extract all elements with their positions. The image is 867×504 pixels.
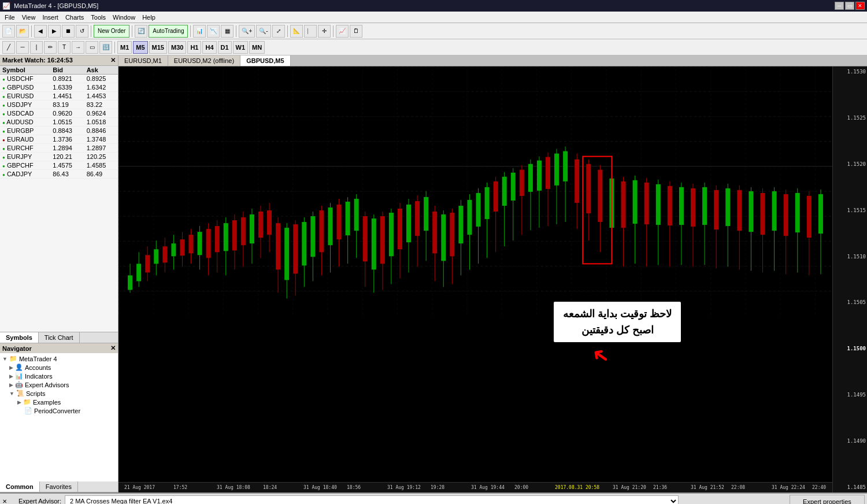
autotrading-btn[interactable]: AutoTrading — [149, 25, 188, 38]
market-watch-row[interactable]: ● EURUSD 1.4451 1.4453 — [0, 92, 118, 101]
tab-tick-chart[interactable]: Tick Chart — [39, 332, 80, 343]
tab-favorites[interactable]: Favorites — [40, 481, 78, 492]
expand-icon: ▼ — [2, 356, 8, 362]
tree-examples[interactable]: ▶ 📁 Examples — [1, 398, 117, 406]
time-1928: 19:28 — [431, 485, 444, 490]
market-watch-row[interactable]: ● GBPCHF 1.4575 1.4585 — [0, 161, 118, 170]
period-sep-btn[interactable]: ⎸ — [304, 25, 317, 38]
symbol-name: CADJPY — [7, 171, 32, 177]
expert-properties-btn[interactable]: Expert properties — [790, 495, 865, 504]
zoom-in-btn[interactable]: 🔍+ — [239, 25, 255, 38]
svg-rect-90 — [467, 200, 472, 235]
svg-rect-122 — [621, 181, 626, 228]
market-watch-row[interactable]: ● AUDUSD 1.0515 1.0518 — [0, 118, 118, 127]
bid-value: 86.43 — [50, 170, 84, 179]
period-h4-btn[interactable]: H4 — [202, 41, 216, 54]
menu-insert[interactable]: Insert — [39, 13, 62, 22]
chart-type1-btn[interactable]: 📊 — [193, 25, 206, 38]
menu-window[interactable]: Window — [109, 13, 139, 22]
tree-period-converter[interactable]: 📄 PeriodConverter — [1, 406, 117, 415]
stop-btn[interactable]: ⏹ — [62, 25, 75, 38]
period-d1-btn[interactable]: D1 — [218, 41, 232, 54]
navigator-close[interactable]: ✕ — [110, 344, 116, 352]
draw-hline-btn[interactable]: ─ — [16, 41, 29, 54]
restore-button[interactable]: ▭ — [845, 2, 854, 10]
svg-rect-86 — [450, 213, 454, 256]
minimize-button[interactable]: ─ — [835, 2, 844, 10]
line-btn[interactable]: 📐 — [290, 25, 303, 38]
draw-rect-btn[interactable]: ▭ — [86, 41, 98, 54]
refresh-btn[interactable]: ↺ — [76, 25, 88, 38]
chart-type3-btn[interactable]: ▦ — [221, 25, 234, 38]
fwd-btn[interactable]: ▶ — [48, 25, 61, 38]
bid-value: 1.3736 — [50, 135, 84, 144]
draw-fib-btn[interactable]: 🔢 — [99, 41, 112, 54]
draw-pen-btn[interactable]: ✏ — [44, 41, 57, 54]
period-mn-btn[interactable]: MN — [249, 41, 265, 54]
period-toolbar: ╱ ─ | ✏ T → ▭ 🔢 M1 M5 M15 M30 H1 H4 D1 W… — [0, 39, 867, 55]
market-watch-close[interactable]: ✕ — [110, 57, 116, 64]
market-watch-row[interactable]: ● USDCHF 0.8921 0.8925 — [0, 75, 118, 83]
svg-rect-154 — [807, 196, 812, 238]
close-button[interactable]: ✕ — [855, 2, 865, 10]
market-watch-row[interactable]: ● EURAUD 1.3736 1.3748 — [0, 135, 118, 144]
symbol-name: GBPUSD — [7, 84, 34, 91]
market-watch-row[interactable]: ● EURGBP 0.8843 0.8846 — [0, 127, 118, 135]
period-w1-btn[interactable]: W1 — [233, 41, 249, 54]
draw-line-btn[interactable]: ╱ — [2, 41, 15, 54]
template-btn[interactable]: 🗒 — [350, 25, 362, 38]
chart-canvas[interactable]: GBPUSD,M5 1.1907 1.1908 1.1907 1.1908 — [118, 66, 867, 492]
tree-label-mt4: MetaTrader 4 — [19, 355, 57, 362]
chart-type2-btn[interactable]: 📉 — [207, 25, 220, 38]
price-1500: 1.1500 — [834, 346, 866, 351]
period-m30-btn[interactable]: M30 — [168, 41, 186, 54]
market-watch-row[interactable]: ● EURJPY 120.21 120.25 — [0, 153, 118, 161]
svg-rect-40 — [250, 214, 254, 243]
tree-label-examples: Examples — [33, 399, 61, 406]
menu-help[interactable]: Help — [139, 13, 159, 22]
svg-rect-140 — [725, 188, 730, 226]
tree-scripts[interactable]: ▼ 📜 Scripts — [1, 389, 117, 398]
indicator-btn[interactable]: 📈 — [336, 25, 349, 38]
draw-vline-btn[interactable]: | — [30, 41, 43, 54]
menu-file[interactable]: File — [1, 13, 18, 22]
ask-value: 120.25 — [84, 153, 118, 161]
draw-arrow-btn[interactable]: → — [72, 41, 84, 54]
expand-icon-examples: ▶ — [17, 399, 21, 405]
tester-close-left[interactable]: ✕ — [2, 498, 7, 505]
new-chart-btn[interactable]: 📄 — [2, 25, 15, 38]
period-m15-btn[interactable]: M15 — [149, 41, 167, 54]
menu-view[interactable]: View — [18, 13, 39, 22]
market-dot: ● — [2, 172, 5, 177]
tree-metatrader4[interactable]: ▼ 📁 MetaTrader 4 — [1, 354, 117, 363]
market-watch-row[interactable]: ● USDJPY 83.19 83.22 — [0, 101, 118, 109]
new-order-btn[interactable]: New Order — [94, 25, 129, 38]
market-watch-row[interactable]: ● USDCAD 0.9620 0.9624 — [0, 109, 118, 118]
menu-charts[interactable]: Charts — [62, 13, 87, 22]
tree-expert-advisors[interactable]: ▶ 🤖 Expert Advisors — [1, 380, 117, 389]
svg-rect-100 — [511, 173, 516, 201]
zoom-out-btn[interactable]: 🔍- — [256, 25, 271, 38]
crosshair-btn[interactable]: ✛ — [318, 25, 331, 38]
market-watch-row[interactable]: ● GBPUSD 1.6339 1.6342 — [0, 83, 118, 92]
chart-tab-gbpusd-m5[interactable]: GBPUSD,M5 — [240, 55, 290, 66]
tab-common[interactable]: Common — [0, 481, 40, 492]
tree-indicators[interactable]: ▶ 📊 Indicators — [1, 372, 117, 380]
fit-btn[interactable]: ⤢ — [272, 25, 285, 38]
period-m1-btn[interactable]: M1 — [117, 41, 132, 54]
ea-selector[interactable]: 2 MA Crosses Mega filter EA V1.ex4 — [65, 495, 679, 504]
tree-accounts[interactable]: ▶ 👤 Accounts — [1, 363, 117, 372]
market-watch-row[interactable]: ● CADJPY 86.43 86.49 — [0, 170, 118, 179]
open-btn[interactable]: 📂 — [16, 25, 29, 38]
svg-rect-88 — [458, 206, 463, 243]
market-watch-row[interactable]: ● EURCHF 1.2894 1.2897 — [0, 144, 118, 153]
back-btn[interactable]: ◀ — [34, 25, 47, 38]
chart-tab-eurusd-m2[interactable]: EURUSD,M2 (offline) — [168, 55, 240, 66]
tab-symbols[interactable]: Symbols — [0, 332, 39, 343]
chart-tab-eurusd-m1[interactable]: EURUSD,M1 — [118, 55, 168, 66]
menu-tools[interactable]: Tools — [87, 13, 109, 22]
draw-text-btn[interactable]: T — [58, 41, 71, 54]
tree-label-accounts: Accounts — [25, 364, 51, 371]
period-m5-btn[interactable]: M5 — [133, 41, 147, 54]
period-h1-btn[interactable]: H1 — [187, 41, 201, 54]
